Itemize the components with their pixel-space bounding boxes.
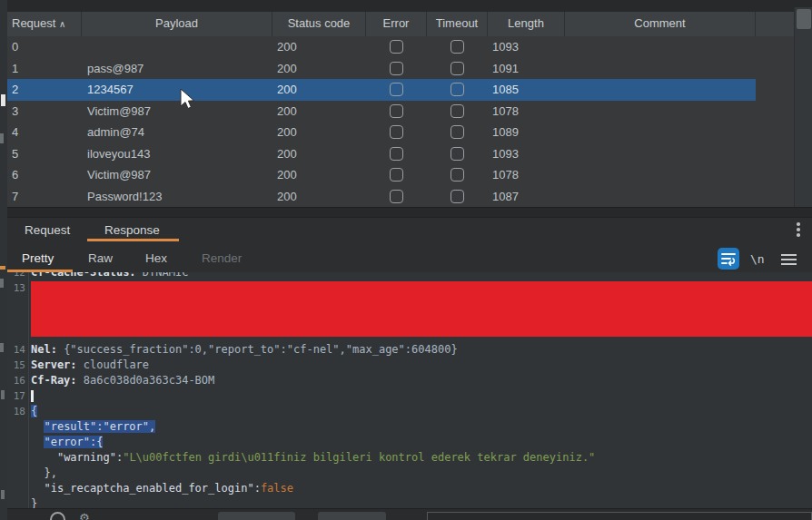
code-line: "warning":"L\u00fctfen girdi\u011finiz b… [7,450,812,466]
cell-error [366,190,427,203]
error-checkbox[interactable] [390,125,403,139]
line-number: 14 [7,342,25,358]
code-segment [31,482,44,495]
table-row[interactable]: 02001093 [7,36,756,58]
table-row[interactable]: 6Victim@9872001078 [7,164,756,186]
timeout-checkbox[interactable] [451,83,464,96]
search-icon[interactable] [50,512,65,520]
code-segment: Nel: [31,343,57,356]
column-header-payload[interactable]: Payload [82,12,272,36]
view-tab-hex[interactable]: Hex [145,251,167,265]
newline-display-toggle-icon[interactable]: \n [750,252,765,266]
code-segment: "L\u00fctfen girdi\u011finiz bilgileri k… [123,451,595,464]
tab-response[interactable]: Response [104,223,160,237]
code-segment: { [31,405,37,417]
table-scrollbar-thumb[interactable] [797,9,811,29]
table-row[interactable]: 7Password!1232001087 [7,186,756,208]
table-row[interactable]: 3Victim@9872001078 [7,101,756,123]
table-scrollbar[interactable] [794,7,812,216]
code-segment: Cf-Cache-Status: [31,272,136,279]
error-checkbox[interactable] [390,190,403,203]
code-line: 13 [7,280,812,342]
column-header-error[interactable]: Error [366,12,427,36]
line-number: 18 [7,404,25,419]
timeout-checkbox[interactable] [451,104,464,118]
error-checkbox[interactable] [390,168,403,182]
code-line: } [7,496,812,508]
table-row[interactable]: 5iloveyou1432001093 [7,143,756,165]
column-header-comment[interactable]: Comment [565,12,756,36]
timeout-checkbox[interactable] [451,147,464,161]
column-header-request[interactable]: Request ∧ [7,12,82,36]
cell-error [366,83,427,96]
search-settings-icon[interactable]: ⚙ [79,511,90,520]
cell-payload: 1234567 [82,83,272,96]
search-input[interactable] [427,512,812,520]
view-tab-pretty[interactable]: Pretty [22,251,54,265]
code-segment [31,451,57,464]
timeout-checkbox[interactable] [451,62,464,75]
error-checkbox[interactable] [390,104,403,118]
results-table-body: 020010931pass@98720010912123456720010853… [7,36,756,207]
code-line: 16Cf-Ray: 8a6c038d0a363c34-BOM [7,373,812,388]
column-header-timeout[interactable]: Timeout [427,12,488,36]
left-edge-fragment [1,390,5,399]
sort-ascending-icon: ∧ [59,19,65,29]
code-segment: Server: [31,358,77,371]
word-wrap-toggle-icon[interactable] [718,248,739,270]
cell-request: 3 [7,104,82,118]
error-checkbox[interactable] [390,40,403,54]
table-row[interactable]: 1pass@9872001091 [7,58,756,80]
cell-timeout [427,62,488,75]
search-next-button[interactable] [318,512,386,520]
code-segment: "error":{ [44,436,103,448]
line-number: 16 [7,373,25,388]
redacted-content-highlight [31,281,812,337]
view-tab-render: Render [202,251,242,265]
cell-request: 7 [7,190,82,203]
code-line: 14Nel: {"success_fraction":0,"report_to"… [7,342,812,358]
response-editor[interactable]: 12Cf-Cache-Status: DYNAMIC1314Nel: {"suc… [7,272,812,508]
table-row[interactable]: 4admin@742001089 [7,122,756,143]
cell-payload: pass@987 [82,62,272,75]
cell-error [366,147,427,161]
view-tab-raw[interactable]: Raw [88,251,113,265]
cell-payload: Password!123 [82,190,272,203]
cell-error [366,125,427,139]
cell-timeout [427,104,488,118]
cell-length: 1089 [488,125,565,139]
more-options-icon[interactable] [796,222,801,239]
left-edge-fragment [1,490,5,499]
code-line: "is_recaptcha_enabled_for_login":false [7,481,812,496]
timeout-checkbox[interactable] [451,190,464,203]
code-line: }, [7,466,812,481]
column-label: Request [12,16,55,30]
cell-status-code: 200 [272,125,366,139]
timeout-checkbox[interactable] [451,125,464,139]
editor-menu-icon[interactable] [781,254,797,265]
timeout-checkbox[interactable] [451,40,464,54]
tab-request[interactable]: Request [25,223,70,237]
search-prev-button[interactable] [218,512,295,520]
cell-length: 1087 [488,190,565,203]
cell-error [366,168,427,182]
error-checkbox[interactable] [390,83,403,96]
cell-timeout [427,190,488,203]
results-table-header: Request ∧ Payload Status code Error Time… [7,12,794,36]
error-checkbox[interactable] [390,62,403,75]
cell-request: 6 [7,168,82,182]
error-checkbox[interactable] [390,147,403,161]
column-header-status[interactable]: Status code [272,12,366,36]
left-edge-fragment [0,279,4,288]
column-header-length[interactable]: Length [488,12,565,36]
text-cursor [31,390,34,402]
table-row[interactable]: 212345672001085 [7,79,756,101]
pane-splitter[interactable] [0,207,812,218]
cell-status-code: 200 [272,83,366,96]
code-segment: DYNAMIC [136,272,189,279]
timeout-checkbox[interactable] [451,168,464,182]
left-edge-fragment [0,266,5,270]
cell-length: 1093 [488,147,565,161]
cell-status-code: 200 [272,62,366,75]
cell-request: 2 [7,83,82,96]
